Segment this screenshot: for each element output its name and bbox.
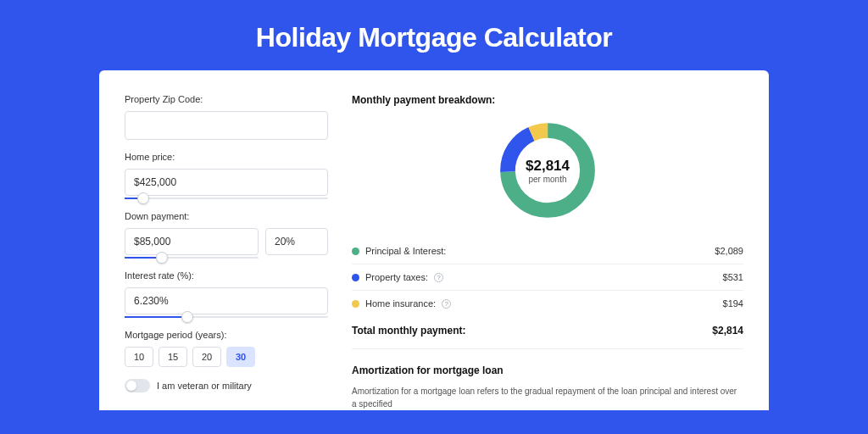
donut-sub: per month [528,175,566,184]
home-price-group: Home price: [125,152,328,199]
down-payment-slider[interactable] [125,257,259,259]
zip-label: Property Zip Code: [125,94,328,104]
interest-slider[interactable] [125,316,328,318]
slider-thumb[interactable] [181,311,193,323]
legend-amount: $194 [723,298,743,309]
total-value: $2,814 [712,325,743,337]
legend-dot-icon [352,274,359,281]
zip-group: Property Zip Code: [125,94,328,140]
home-price-slider[interactable] [125,198,328,199]
down-payment-input[interactable] [125,228,259,255]
period-option-20[interactable]: 20 [192,347,221,367]
legend-row: Property taxes:?$531 [352,264,743,291]
period-label: Mortgage period (years): [125,330,328,340]
down-payment-label: Down payment: [125,211,328,221]
legend-label: Principal & Interest: [365,246,446,256]
interest-group: Interest rate (%): [125,270,328,318]
legend-left: Home insurance:? [352,298,451,309]
legend-amount: $531 [723,272,743,282]
amortization-title: Amortization for mortgage loan [352,364,743,376]
legend-left: Property taxes:? [352,272,443,282]
page-title: Holiday Mortgage Calculator [0,0,868,70]
legend-label: Property taxes: [365,272,428,282]
interest-label: Interest rate (%): [125,270,328,281]
donut-center: $2,814 per month [495,118,600,223]
donut-chart: $2,814 per month [495,118,600,223]
period-option-15[interactable]: 15 [159,347,187,367]
legend-left: Principal & Interest: [352,246,446,256]
interest-input[interactable] [125,287,328,314]
period-options: 10152030 [125,347,328,367]
info-icon[interactable]: ? [434,273,443,282]
zip-input[interactable] [125,111,328,140]
slider-thumb[interactable] [156,252,168,264]
breakdown-column: Monthly payment breakdown: $2,814 per mo… [352,94,743,410]
legend-row: Principal & Interest:$2,089 [352,238,743,264]
down-payment-pct-input[interactable] [265,228,328,255]
calculator-card: Property Zip Code: Home price: Down paym… [99,70,769,410]
slider-thumb[interactable] [137,192,149,204]
period-option-30[interactable]: 30 [226,347,255,367]
home-price-label: Home price: [125,152,328,162]
amortization-text: Amortization for a mortgage loan refers … [352,385,743,410]
legend-label: Home insurance: [365,298,436,309]
veteran-toggle[interactable] [125,379,150,392]
legend-list: Principal & Interest:$2,089Property taxe… [352,238,743,316]
total-label: Total monthly payment: [352,325,465,337]
down-payment-group: Down payment: [125,211,328,259]
info-icon[interactable]: ? [442,299,451,309]
legend-amount: $2,089 [715,246,743,256]
veteran-row: I am veteran or military [125,379,328,392]
legend-dot-icon [352,300,359,308]
breakdown-title: Monthly payment breakdown: [352,94,743,106]
total-row: Total monthly payment: $2,814 [352,316,743,349]
home-price-input[interactable] [125,169,328,196]
period-group: Mortgage period (years): 10152030 [125,330,328,367]
donut-chart-wrap: $2,814 per month [352,118,743,223]
veteran-label: I am veteran or military [157,381,252,391]
legend-row: Home insurance:?$194 [352,291,743,316]
period-option-10[interactable]: 10 [125,347,153,367]
form-column: Property Zip Code: Home price: Down paym… [125,94,328,410]
legend-dot-icon [352,248,359,255]
donut-value: $2,814 [526,158,570,175]
toggle-knob [126,381,136,391]
